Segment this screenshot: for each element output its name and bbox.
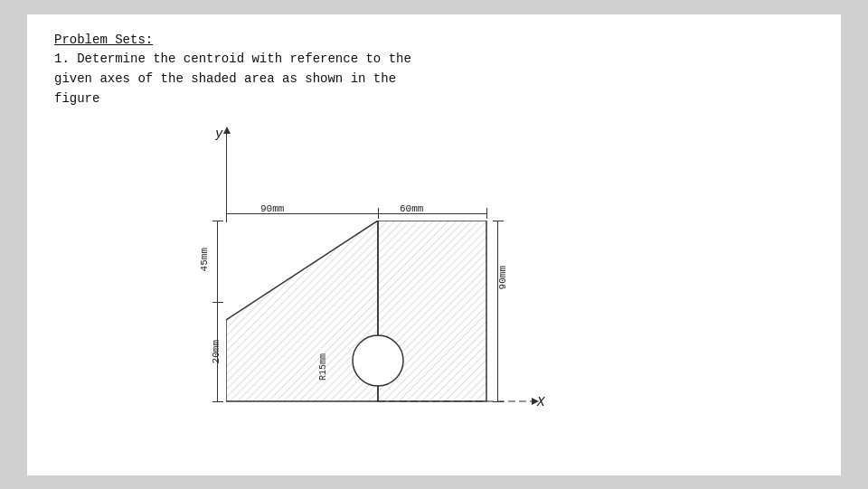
page: Problem Sets: 1. Determine the centroid … — [27, 14, 841, 475]
problem-1-line3: figure — [54, 89, 814, 109]
dim-label-60mm: 60mm — [400, 203, 423, 214]
dim-htick-top — [212, 221, 223, 221]
shape-svg — [226, 221, 606, 410]
dim-vline-left-top — [217, 221, 218, 302]
x-axis-label: X — [537, 395, 544, 409]
trapezoid-shape — [226, 221, 378, 401]
problem-1-line1: 1. Determine the centroid with reference… — [54, 50, 814, 70]
dim-htick-mid — [212, 302, 223, 303]
circle-cutout — [353, 335, 403, 386]
dim-line-top-left — [226, 213, 378, 214]
dim-label-20mm: 20mm — [211, 340, 222, 363]
dim-htick-bot — [212, 401, 223, 402]
dim-label-90mm: 90mm — [260, 203, 284, 214]
x-axis-svg — [378, 392, 559, 410]
y-axis-label: y — [215, 127, 222, 141]
dim-label-45mm: 45mm — [199, 248, 210, 271]
problem-sets-title: Problem Sets: — [54, 31, 814, 51]
text-section: Problem Sets: 1. Determine the centroid … — [54, 31, 814, 109]
dim-line-top-right — [378, 213, 486, 214]
diagram-container: y 90mm 60mm 45mm 20mm 90mm R15mm — [108, 123, 669, 448]
problem-1-line2: given axes of the shaded area as shown i… — [54, 70, 814, 89]
dim-tick-right — [486, 208, 487, 219]
